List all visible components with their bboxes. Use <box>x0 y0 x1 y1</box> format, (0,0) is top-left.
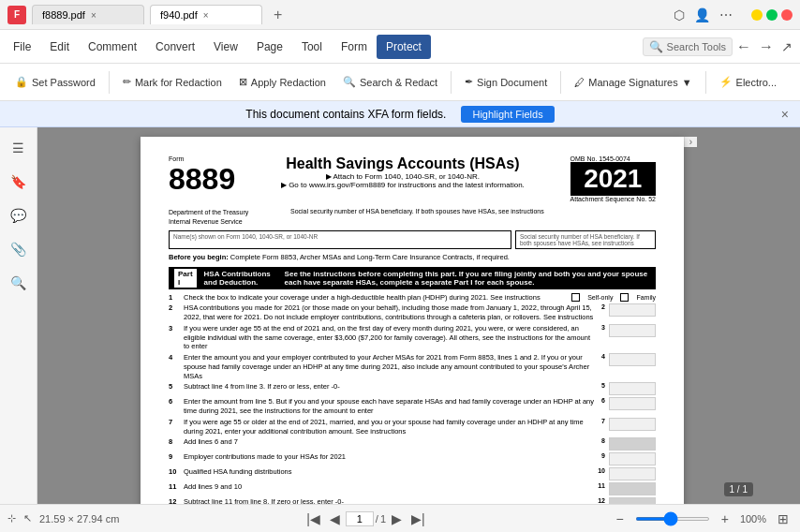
row6-num: 6 <box>169 397 180 406</box>
sidebar-icon-bookmark[interactable]: 🔖 <box>6 169 32 195</box>
row3-input[interactable] <box>609 324 656 337</box>
family-checkbox[interactable] <box>620 293 629 302</box>
mark-redaction-button[interactable]: ✏ Mark for Redaction <box>115 72 230 92</box>
toolbar: 🔒 Set Password ✏ Mark for Redaction ⊠ Ap… <box>0 64 800 101</box>
external-link-button[interactable]: ↗ <box>778 37 796 56</box>
window-controls: ⬡ 👤 ⋯ <box>670 6 736 24</box>
electro-label: Electro... <box>736 77 777 88</box>
row9-input[interactable] <box>609 452 656 466</box>
row-9: 9 Employer contributions made to your HS… <box>169 452 656 466</box>
mark-redaction-label: Mark for Redaction <box>135 77 222 88</box>
row-7: 7 If you were age 55 or older at the end… <box>169 418 656 436</box>
manage-signatures-button[interactable]: 🖊 Manage Signatures ▼ <box>567 73 699 92</box>
row2-input-num: 2 <box>601 303 605 310</box>
share-button[interactable]: ⬡ <box>670 6 689 24</box>
sep1 <box>109 71 110 94</box>
row4-input[interactable] <box>609 353 656 366</box>
page-badge: 1 / 1 <box>724 482 753 496</box>
menu-form[interactable]: Form <box>332 35 377 59</box>
document-area: Form 8889 Health Savings Accounts (HSAs)… <box>37 127 800 504</box>
set-password-button[interactable]: 🔒 Set Password <box>7 72 103 92</box>
tab-f8889-close[interactable]: × <box>91 10 96 21</box>
add-tab-button[interactable]: + <box>268 7 288 23</box>
zoom-in-button[interactable]: + <box>718 510 733 528</box>
sign-document-button[interactable]: ✒ Sign Document <box>457 72 555 92</box>
last-page-button[interactable]: ▶| <box>407 510 429 528</box>
tab-f8889[interactable]: f8889.pdf × <box>32 5 144 24</box>
left-sidebar: ☰ 🔖 💬 📎 🔍 <box>0 127 37 504</box>
window-buttons <box>751 9 793 21</box>
row1-checkboxes: Self-only Family <box>571 293 656 302</box>
row8-input[interactable] <box>609 437 656 451</box>
titlebar-right: ⬡ 👤 ⋯ <box>670 6 793 24</box>
maximize-button[interactable] <box>766 9 778 21</box>
electro-icon: ⚡ <box>719 76 733 88</box>
search-redact-button[interactable]: 🔍 Search & Redact <box>335 72 445 92</box>
more-button[interactable]: ⋯ <box>716 6 736 24</box>
main-area: ☰ 🔖 💬 📎 🔍 Form 8889 Health Savings Accou… <box>0 127 800 504</box>
ssn-field[interactable]: Social security number of HSA beneficiar… <box>515 230 656 249</box>
document-page: Form 8889 Health Savings Accounts (HSAs)… <box>141 137 684 504</box>
sidebar-icon-search[interactable]: 🔍 <box>6 270 32 296</box>
nav-back-button[interactable]: ← <box>733 37 755 57</box>
names-field[interactable]: Name(s) shown on Form 1040, 1040-SR, or … <box>169 230 511 249</box>
search-redact-icon: 🔍 <box>343 76 356 88</box>
highlight-fields-button[interactable]: Highlight Fields <box>461 106 554 123</box>
user-button[interactable]: 👤 <box>690 6 714 24</box>
row10-input[interactable] <box>609 467 656 480</box>
nav-forward-button[interactable]: → <box>755 37 778 57</box>
right-panel-toggle[interactable]: › <box>684 137 697 147</box>
row5-input[interactable] <box>609 382 656 395</box>
apply-redaction-button[interactable]: ⊠ Apply Redaction <box>231 72 333 92</box>
manage-signatures-label: Manage Signatures <box>588 77 677 88</box>
fit-page-button[interactable]: ⊞ <box>774 510 793 528</box>
minimize-button[interactable] <box>751 9 763 21</box>
sidebar-icon-menu[interactable]: ☰ <box>6 135 32 161</box>
tab-f940-close[interactable]: × <box>203 10 209 21</box>
part1-roman: Part I <box>174 269 197 288</box>
close-button[interactable] <box>781 9 793 21</box>
lock-icon: 🔒 <box>15 76 28 88</box>
zoom-out-button[interactable]: − <box>613 510 628 528</box>
row10-num: 10 <box>169 467 180 476</box>
menubar: File Edit Comment Convert View Page Tool… <box>0 30 800 64</box>
rows-2-13-container: 2 HSA contributions you made for 2021 (o… <box>169 303 656 504</box>
names-label: Name(s) shown on Form 1040, 1040-SR, or … <box>173 233 507 240</box>
menu-file[interactable]: File <box>4 35 40 59</box>
menu-view[interactable]: View <box>204 35 247 59</box>
notification-close-button[interactable]: × <box>781 107 789 122</box>
sidebar-icon-comment[interactable]: 💬 <box>6 202 32 229</box>
row6-input[interactable] <box>609 397 656 410</box>
form-label: Form <box>169 155 235 162</box>
page-size: 21.59 × 27.94 cm <box>39 513 119 525</box>
row7-text: If you were age 55 or older at the end o… <box>184 418 594 436</box>
tab-f940[interactable]: f940.pdf × <box>150 5 262 24</box>
next-page-button[interactable]: ▶ <box>388 510 406 528</box>
menu-protect[interactable]: Protect <box>377 35 431 59</box>
first-page-button[interactable]: |◀ <box>303 510 324 528</box>
form-subtitle2: ▶ Go to www.irs.gov/Form8889 for instruc… <box>244 181 560 189</box>
electro-button[interactable]: ⚡ Electro... <box>712 72 784 92</box>
row11-input[interactable] <box>609 482 656 495</box>
menu-page[interactable]: Page <box>247 35 292 59</box>
row12-input[interactable] <box>609 497 656 504</box>
sign-document-label: Sign Document <box>477 77 547 88</box>
menu-comment[interactable]: Comment <box>79 35 146 59</box>
self-only-checkbox[interactable] <box>571 293 580 302</box>
part1-header: Part I HSA Contributions and Deduction. … <box>169 267 656 289</box>
menu-tool[interactable]: Tool <box>292 35 332 59</box>
sidebar-icon-attachment[interactable]: 📎 <box>6 236 32 262</box>
row4-input-num: 4 <box>601 353 605 360</box>
prev-page-button[interactable]: ◀ <box>326 510 344 528</box>
menu-edit[interactable]: Edit <box>40 35 79 59</box>
row10-text: Qualified HSA funding distributions <box>184 467 590 477</box>
row7-input[interactable] <box>609 418 656 431</box>
menu-convert[interactable]: Convert <box>146 35 204 59</box>
page-number-input[interactable] <box>346 511 374 526</box>
row2-input[interactable] <box>609 303 656 317</box>
zoom-slider[interactable] <box>635 517 710 521</box>
omb-number: OMB No. 1545-0074 <box>570 155 656 162</box>
search-redact-label: Search & Redact <box>360 77 437 88</box>
row8-text: Add lines 6 and 7 <box>184 437 594 447</box>
row6-text: Enter the amount from line 5. But if you… <box>184 397 594 416</box>
